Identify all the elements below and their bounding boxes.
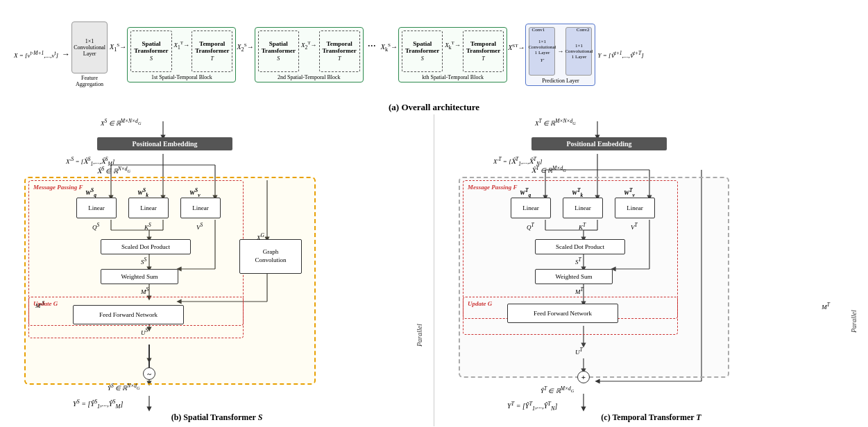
temporal-parallel-label: Parallel <box>850 208 858 333</box>
spatial-graph-conv: GraphConvolution <box>239 239 302 274</box>
temporal-wv-label: WTv <box>624 187 635 198</box>
temporal-panel-label: (c) Temporal Transformer T <box>601 412 701 423</box>
xst-label: XST→ <box>508 43 525 51</box>
arrow-in: → <box>62 49 70 60</box>
block1-label: 1st Spatial-Temporal Block <box>151 74 212 80</box>
spatial-panel-label: (b) Spatial Transformer S <box>171 412 263 423</box>
feature-agg-box: 1×1ConvolutionalLayer <box>71 21 108 73</box>
spatial-scaled-dot: Scaled Dot Product <box>101 239 191 254</box>
spatial-m-label: MS <box>141 286 148 295</box>
block1: Spatial Transformer S X1T→ Temporal Tran… <box>127 27 236 82</box>
spatial-panel: XS ∈ ℝM×N×dG Positional Embedding X'S = … <box>0 114 434 426</box>
blockk-label: kth Spatial-Temporal Block <box>422 74 484 80</box>
prediction-group: 1×1Convolutional1 Layer Y' → 1×1Convolut… <box>525 24 595 86</box>
temporal-scaled-dot: Scaled Dot Product <box>535 239 625 254</box>
spatial-k-label: KS <box>144 222 151 231</box>
spatial-linear-k: Linear <box>128 198 169 218</box>
blockk: Spatial Transformer S XkT→ Temporal Tran… <box>398 27 507 82</box>
blockk-temporal: Temporal Transformer T <box>463 31 504 72</box>
arch-section-label: (a) Overall architecture <box>389 102 479 113</box>
xkt-label: XkT→ <box>445 40 461 51</box>
spatial-diagram: XS ∈ ℝM×N×dG Positional Embedding X'S = … <box>3 118 430 423</box>
spatial-linear-q: Linear <box>76 198 117 218</box>
block2-spatial: Spatial Transformer S <box>258 31 299 72</box>
feature-agg-group: 1×1ConvolutionalLayer FeatureAggregation <box>71 21 108 87</box>
x1t-label: X1T→ <box>174 40 190 51</box>
conv2-box: 1×1Convolutional1 Layer <box>565 27 592 76</box>
temporal-linear-q: Linear <box>511 198 551 218</box>
spatial-linear-v: Linear <box>180 198 221 218</box>
temporal-mp-label: Message Passing F <box>468 184 518 191</box>
temporal-pos-embed: Positional Embedding <box>531 137 667 150</box>
block2-temporal: Temporal Transformer T <box>319 31 360 72</box>
spatial-parallel-label: Parallel <box>416 208 423 347</box>
feature-agg-label: FeatureAggregation <box>76 75 103 87</box>
overall-architecture: X = [vt-M+1,...,vt] → 1×1ConvolutionalLa… <box>7 6 861 113</box>
conv-arrow: → <box>557 48 563 55</box>
spatial-ys-label: ŶS ∈ ℝN×dG <box>108 383 140 392</box>
spatial-wv-label: WSv <box>189 187 201 198</box>
spatial-mp-label: Message Passing F <box>33 184 83 191</box>
input-label: X = [vt-M+1,...,vt] <box>14 50 58 59</box>
spatial-line1 <box>148 345 150 369</box>
temporal-v-label: VT <box>631 222 638 231</box>
temporal-ffn: Feed Forward Network <box>507 304 618 323</box>
bottom-section: XS ∈ ℝM×N×dG Positional Embedding X'S = … <box>0 114 868 426</box>
arch-flow: X = [vt-M+1,...,vt] → 1×1ConvolutionalLa… <box>14 11 854 98</box>
block1-spatial: Spatial Transformer S <box>130 31 171 72</box>
output-label: Y = [v̂t+1,...,v̂t+T] <box>597 50 643 59</box>
block2-label: 2nd Spatial-Temporal Block <box>278 74 341 80</box>
spatial-q-label: QS <box>92 222 99 231</box>
xs1-label: X1S→ <box>110 42 126 53</box>
conv2-name: Conv2 <box>577 27 590 33</box>
spatial-ys-bottom: YS = [ŶS1,...,ŶSM] <box>73 399 123 410</box>
xsk-label: XkS→ <box>381 42 398 53</box>
block2: Spatial Transformer S X2T→ Temporal Tran… <box>255 27 364 82</box>
temporal-wq-label: WTq <box>520 187 531 198</box>
spatial-s-label: SS <box>141 256 146 265</box>
spatial-xg-label: XG <box>257 232 264 241</box>
spatial-wk-label: WSk <box>137 187 148 198</box>
temporal-diagram: XT ∈ ℝM×N×dG Positional Embedding X'T = … <box>438 118 865 423</box>
temporal-u-label: UT <box>575 347 583 356</box>
conv1-box: 1×1Convolutional1 Layer Y' <box>529 27 555 76</box>
spatial-weighted-sum: Weighted Sum <box>101 269 178 284</box>
temporal-linear-k: Linear <box>563 198 603 218</box>
temporal-panel: XT ∈ ℝM×N×dG Positional Embedding X'T = … <box>434 114 868 426</box>
temporal-s-label: ST <box>575 256 581 265</box>
x2t-label: X2T→ <box>301 40 317 51</box>
temporal-m-label: MT <box>575 286 584 295</box>
spatial-wq-label: WSq <box>85 187 96 198</box>
xs2-label: X2S→ <box>237 42 253 53</box>
spatial-mts-label: M'S <box>35 300 44 309</box>
spatial-u-label: US <box>141 327 148 336</box>
temporal-input-label: XT ∈ ℝM×N×dG <box>535 118 576 127</box>
spatial-ffn: Feed Forward Network <box>73 305 184 324</box>
blockk-spatial: Spatial Transformer S <box>402 31 443 72</box>
temporal-circle-op: + <box>577 371 590 383</box>
temporal-linear-v: Linear <box>615 198 655 218</box>
temporal-update-label: Update G <box>468 300 492 307</box>
spatial-pos-embed: Positional Embedding <box>97 137 232 150</box>
spatial-v-label: VS <box>196 222 203 231</box>
dots: ··· <box>368 40 376 53</box>
temporal-mt-right: MT <box>822 302 830 311</box>
temporal-yt-bottom: YT = [ŶT1,...,ŶTN] <box>507 401 557 412</box>
spatial-circle-op: ~ <box>143 367 155 380</box>
spatial-input-label: XS ∈ ℝM×N×dG <box>101 118 141 127</box>
temporal-wk-label: WTk <box>572 187 583 198</box>
temporal-k-label: KT <box>579 222 586 231</box>
temporal-q-label: QT <box>527 222 534 231</box>
spatial-xhat-label: X̂S ∈ ℝN×dG <box>97 166 130 175</box>
temporal-xhat-label: X̂T ∈ ℝM×dG <box>531 165 566 174</box>
block1-temporal: Temporal Transformer T <box>192 31 232 72</box>
temporal-weighted-sum: Weighted Sum <box>535 269 613 284</box>
conv1-name: Conv1 <box>531 27 545 33</box>
temporal-yt-label: ŶT ∈ ℝM×dG <box>541 385 574 394</box>
prediction-label: Prediction Layer <box>542 78 579 84</box>
